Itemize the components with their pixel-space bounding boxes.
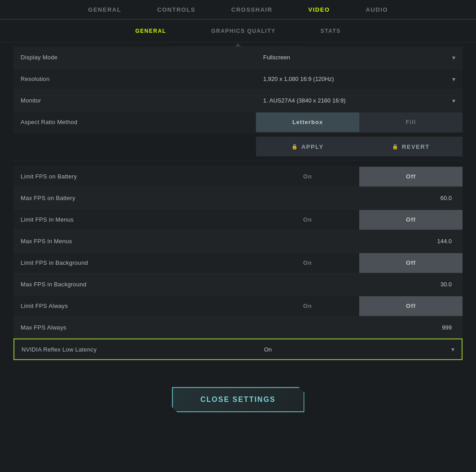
limit-fps-battery-controls: On Off: [256, 167, 463, 187]
monitor-label: Monitor: [13, 92, 256, 109]
display-mode-row: Display Mode Fullscreen ▾: [13, 47, 463, 68]
resolution-row: Resolution 1,920 x 1,080 16:9 (120Hz) ▾: [13, 68, 463, 90]
limit-fps-background-toggle: On Off: [256, 253, 463, 273]
sub-nav: GENERAL GRAPHICS QUALITY STATS: [0, 20, 476, 42]
max-fps-always-row: Max FPS Always 999: [13, 317, 463, 338]
limit-fps-background-controls: On Off: [256, 253, 463, 273]
nvidia-reflex-row: NVIDIA Reflex Low Latency On ▾: [13, 338, 463, 360]
revert-label: REVERT: [402, 143, 430, 150]
limit-fps-always-toggle: On Off: [256, 296, 463, 316]
aspect-ratio-group: Letterbox Fill: [256, 112, 463, 132]
nav-video[interactable]: VIDEO: [291, 0, 348, 19]
monitor-row: Monitor 1. AUS27A4 (3840 x 2160 16:9) ▾: [13, 90, 463, 111]
limit-fps-battery-label: Limit FPS on Battery: [13, 168, 256, 185]
nav-general[interactable]: GENERAL: [70, 0, 139, 19]
display-mode-arrow: ▾: [452, 54, 455, 61]
max-fps-background-number: 30.0: [441, 281, 452, 288]
limit-fps-background-off[interactable]: Off: [359, 253, 463, 273]
limit-fps-battery-toggle: On Off: [256, 167, 463, 187]
letterbox-button[interactable]: Letterbox: [256, 112, 359, 132]
top-nav: GENERAL CONTROLS CROSSHAIR VIDEO AUDIO: [0, 0, 476, 20]
limit-fps-menus-label: Limit FPS in Menus: [13, 211, 256, 228]
max-fps-menus-number: 144.0: [437, 238, 452, 245]
apply-button[interactable]: 🔒 APPLY: [256, 137, 359, 156]
nav-crosshair[interactable]: CROSSHAIR: [213, 0, 291, 19]
nvidia-reflex-value[interactable]: On ▾: [257, 340, 462, 358]
action-buttons: 🔒 APPLY 🔒 REVERT: [256, 137, 463, 156]
max-fps-menus-label: Max FPS in Menus: [13, 232, 256, 250]
limit-fps-battery-off[interactable]: Off: [359, 167, 463, 187]
nav-audio[interactable]: AUDIO: [348, 0, 406, 19]
limit-fps-always-controls: On Off: [256, 296, 463, 316]
resolution-text: 1,920 x 1,080 16:9 (120Hz): [263, 76, 334, 82]
limit-fps-always-row: Limit FPS Always On Off: [13, 295, 463, 317]
resolution-arrow: ▾: [452, 76, 455, 83]
limit-fps-menus-row: Limit FPS in Menus On Off: [13, 209, 463, 231]
aspect-ratio-label: Aspect Ratio Method: [13, 113, 256, 131]
max-fps-menus-value: 144.0: [256, 232, 463, 250]
max-fps-background-value: 30.0: [256, 276, 463, 293]
limit-fps-menus-off[interactable]: Off: [359, 210, 463, 230]
subnav-graphics[interactable]: GRAPHICS QUALITY: [211, 28, 275, 34]
max-fps-battery-row: Max FPS on Battery 60.0: [13, 187, 463, 209]
limit-fps-menus-controls: On Off: [256, 210, 463, 230]
subnav-general[interactable]: GENERAL: [135, 28, 166, 34]
limit-fps-battery-on[interactable]: On: [256, 167, 359, 187]
apply-lock-icon: 🔒: [291, 144, 299, 150]
limit-fps-battery-row: Limit FPS on Battery On Off: [13, 166, 463, 187]
limit-fps-always-on[interactable]: On: [256, 296, 359, 316]
revert-lock-icon: 🔒: [392, 144, 399, 150]
resolution-value[interactable]: 1,920 x 1,080 16:9 (120Hz) ▾: [256, 70, 463, 88]
nvidia-reflex-arrow: ▾: [451, 346, 454, 353]
close-settings-wrapper: CLOSE SETTINGS: [13, 387, 463, 412]
nav-controls[interactable]: CONTROLS: [139, 0, 213, 19]
nvidia-reflex-label: NVIDIA Reflex Low Latency: [14, 341, 257, 358]
apply-label: APPLY: [301, 143, 324, 150]
resolution-label: Resolution: [13, 70, 256, 88]
max-fps-background-row: Max FPS in Background 30.0: [13, 274, 463, 295]
settings-panel: Display Mode Fullscreen ▾ Resolution 1,9…: [0, 42, 476, 417]
max-fps-always-value: 999: [256, 319, 463, 336]
display-mode-value[interactable]: Fullscreen ▾: [256, 49, 463, 67]
monitor-value[interactable]: 1. AUS27A4 (3840 x 2160 16:9) ▾: [256, 92, 463, 110]
limit-fps-background-label: Limit FPS in Background: [13, 254, 256, 272]
limit-fps-menus-toggle: On Off: [256, 210, 463, 230]
limit-fps-background-row: Limit FPS in Background On Off: [13, 252, 463, 274]
max-fps-always-label: Max FPS Always: [13, 319, 256, 336]
close-settings-button[interactable]: CLOSE SETTINGS: [172, 387, 304, 412]
max-fps-menus-row: Max FPS in Menus 144.0: [13, 231, 463, 252]
max-fps-battery-number: 60.0: [441, 195, 452, 201]
subnav-stats[interactable]: STATS: [321, 28, 341, 34]
limit-fps-always-label: Limit FPS Always: [13, 297, 256, 315]
max-fps-background-label: Max FPS in Background: [13, 276, 256, 293]
limit-fps-menus-on[interactable]: On: [256, 210, 359, 230]
apply-revert-row: 🔒 APPLY 🔒 REVERT: [13, 133, 463, 160]
fill-button[interactable]: Fill: [359, 112, 463, 132]
display-mode-text: Fullscreen: [263, 54, 290, 61]
aspect-ratio-row: Aspect Ratio Method Letterbox Fill: [13, 111, 463, 133]
max-fps-battery-label: Max FPS on Battery: [13, 189, 256, 207]
limit-fps-background-on[interactable]: On: [256, 253, 359, 273]
limit-fps-always-off[interactable]: Off: [359, 296, 463, 316]
monitor-arrow: ▾: [452, 97, 455, 104]
max-fps-battery-value: 60.0: [256, 189, 463, 207]
monitor-text: 1. AUS27A4 (3840 x 2160 16:9): [263, 97, 346, 104]
nvidia-reflex-text: On: [264, 346, 272, 353]
aspect-ratio-controls: Letterbox Fill: [256, 112, 463, 132]
max-fps-always-number: 999: [442, 324, 452, 331]
display-mode-label: Display Mode: [13, 49, 256, 66]
revert-button[interactable]: 🔒 REVERT: [359, 137, 463, 156]
